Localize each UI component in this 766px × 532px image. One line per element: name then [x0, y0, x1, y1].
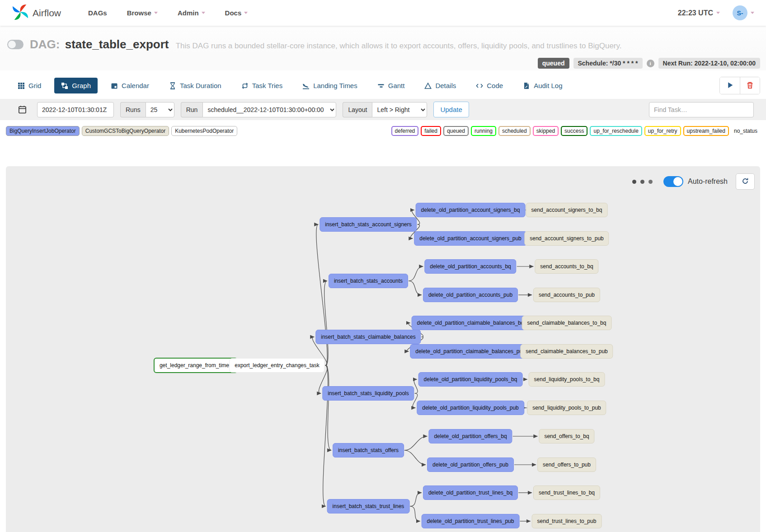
delete-dag-button[interactable] — [740, 77, 760, 94]
tab-landing-times[interactable]: Landing Times — [296, 78, 364, 93]
tab-audit-log[interactable]: Audit Log — [516, 78, 569, 93]
task-node-get_ledger_range_from_times[interactable]: get_ledger_range_from_times — [154, 358, 238, 373]
tab-calendar[interactable]: Calendar — [104, 78, 156, 93]
task-node-send_accounts_to_bq[interactable]: send_accounts_to_bq — [535, 259, 598, 274]
grid-icon — [18, 82, 25, 89]
tab-label: Details — [435, 82, 456, 89]
auto-refresh-toggle[interactable] — [663, 176, 683, 187]
trigger-dag-button[interactable] — [720, 77, 740, 94]
state-legend-badge-success[interactable]: success — [561, 126, 587, 136]
dag-pause-toggle[interactable] — [7, 40, 23, 49]
task-node-send_claimable_balances_to_pub[interactable]: send_claimable_balances_to_pub — [520, 344, 613, 359]
state-legend-badge-scheduled[interactable]: scheduled — [498, 126, 531, 136]
task-node-delete_old_partition_claimable_balances_bq[interactable]: delete_old_partition_claimable_balances_… — [412, 316, 530, 330]
dot — [632, 180, 636, 184]
hourglass-icon — [169, 82, 176, 89]
task-node-insert_batch_stats_account_signers[interactable]: insert_batch_stats_account_signers — [320, 217, 417, 232]
num-runs-select[interactable]: 25 — [146, 102, 174, 117]
state-legend-badge-skipped[interactable]: skipped — [533, 126, 559, 136]
nav-item-admin[interactable]: Admin — [178, 9, 205, 17]
dag-name: state_table_export — [65, 37, 169, 51]
task-node-delete_old_partition_account_signers_bq[interactable]: delete_old_partition_account_signers_bq — [416, 203, 526, 217]
task-node-insert_batch_stats_claimable_balances[interactable]: insert_batch_stats_claimable_balances — [315, 330, 421, 344]
task-node-delete_old_partition_offers_pub[interactable]: delete_old_partition_offers_pub — [427, 457, 514, 472]
nav-item-dags[interactable]: DAGs — [88, 9, 107, 17]
state-legend-badge-running[interactable]: running — [471, 126, 496, 136]
tab-grid[interactable]: Grid — [11, 78, 48, 93]
update-button[interactable]: Update — [433, 102, 469, 117]
refresh-icon — [742, 177, 749, 186]
tab-label: Calendar — [122, 82, 149, 89]
tab-label: Gantt — [388, 82, 405, 89]
dot — [640, 180, 644, 184]
task-node-delete_old_partition_claimable_balances_pub[interactable]: delete_old_partition_claimable_balances_… — [410, 344, 531, 359]
timezone-dropdown[interactable]: 22:23 UTC — [678, 9, 720, 17]
dag-prefix: DAG: — [30, 37, 60, 51]
tab-label: Task Duration — [180, 82, 221, 89]
task-node-export_ledger_entry_changes_task[interactable]: export_ledger_entry_changes_task — [229, 358, 324, 373]
state-legend-badge-failed[interactable]: failed — [421, 126, 441, 136]
task-node-send_trust_lines_to_pub[interactable]: send_trust_lines_to_pub — [532, 514, 602, 528]
state-legend-badge-up_for_reschedule[interactable]: up_for_reschedule — [590, 126, 642, 136]
tab-label: Code — [487, 82, 503, 89]
status-badge: queued — [538, 58, 569, 69]
find-task-input[interactable] — [649, 102, 754, 117]
task-node-delete_old_partition_trust_lines_pub[interactable]: delete_old_partition_trust_lines_pub — [422, 514, 520, 528]
task-node-delete_old_partition_accounts_bq[interactable]: delete_old_partition_accounts_bq — [424, 259, 516, 274]
task-node-delete_old_partition_liquidity_pools_pub[interactable]: delete_old_partition_liquidity_pools_pub — [417, 401, 524, 415]
tab-label: Audit Log — [534, 82, 562, 89]
state-legend-badge-deferred[interactable]: deferred — [391, 126, 419, 136]
task-node-delete_old_partition_accounts_pub[interactable]: delete_old_partition_accounts_pub — [423, 288, 518, 302]
state-legend-badge-up_for_retry[interactable]: up_for_retry — [644, 126, 681, 136]
play-icon — [726, 81, 734, 90]
nav-item-label: Docs — [225, 9, 242, 17]
task-node-send_account_signers_to_bq[interactable]: send_account_signers_to_bq — [526, 203, 608, 217]
info-icon: i — [647, 60, 654, 67]
airflow-brand[interactable]: Airflow — [12, 4, 61, 23]
refresh-button[interactable] — [736, 173, 755, 190]
navbar: Airflow DAGsBrowseAdminDocs 22:23 UTC S- — [0, 0, 766, 26]
task-node-insert_batch_stats_accounts[interactable]: insert_batch_stats_accounts — [329, 274, 408, 288]
gantt-icon — [377, 82, 385, 89]
state-legend-badge-upstream_failed[interactable]: upstream_failed — [683, 126, 729, 136]
tab-task-duration[interactable]: Task Duration — [162, 78, 228, 93]
tab-code[interactable]: Code — [469, 78, 510, 93]
nav-item-label: Browse — [127, 9, 151, 17]
task-node-send_account_signers_to_pub[interactable]: send_account_signers_to_pub — [524, 231, 609, 246]
layout-select[interactable]: Left > Right — [372, 102, 427, 117]
task-node-send_liquidity_pools_to_bq[interactable]: send_liquidity_pools_to_bq — [529, 372, 605, 387]
legend-row: BigQueryInsertJobOperatorCustomGCSToBigQ… — [0, 120, 766, 136]
avatar: S- — [733, 5, 747, 20]
task-node-send_accounts_to_pub[interactable]: send_accounts_to_pub — [533, 288, 600, 302]
task-node-send_trust_lines_to_bq[interactable]: send_trust_lines_to_bq — [533, 485, 600, 500]
next-run-badge: Next Run: 2022-12-10, 02:00:00 — [658, 58, 760, 69]
calendar-icon — [18, 105, 27, 114]
task-node-delete_old_partition_liquidity_pools_bq[interactable]: delete_old_partition_liquidity_pools_bq — [418, 372, 523, 387]
nav-item-browse[interactable]: Browse — [127, 9, 158, 17]
task-node-delete_old_partition_trust_lines_bq[interactable]: delete_old_partition_trust_lines_bq — [423, 485, 518, 500]
nav-item-label: DAGs — [88, 9, 107, 17]
tab-task-tries[interactable]: Task Tries — [235, 78, 290, 93]
task-node-delete_old_partition_account_signers_pub[interactable]: delete_old_partition_account_signers_pub — [414, 231, 527, 246]
tab-gantt[interactable]: Gantt — [371, 78, 412, 93]
run-filter-bar: Runs 25 Run scheduled__2022-12-10T01:30:… — [0, 99, 766, 120]
state-legend-badge-queued[interactable]: queued — [443, 126, 469, 136]
tab-details[interactable]: Details — [418, 78, 463, 93]
state-legend-badge-no_status[interactable]: no_status — [731, 127, 760, 135]
task-node-insert_batch_stats_trust_lines[interactable]: insert_batch_stats_trust_lines — [327, 499, 410, 513]
user-menu[interactable]: S- — [733, 5, 754, 20]
tab-label: Graph — [72, 82, 91, 89]
run-select[interactable]: scheduled__2022-12-10T01:30:00+00:00 — [202, 102, 336, 117]
task-node-send_claimable_balances_to_bq[interactable]: send_claimable_balances_to_bq — [522, 316, 612, 330]
tab-label: Landing Times — [313, 82, 357, 89]
tab-graph[interactable]: Graph — [54, 78, 98, 93]
base-date-input[interactable] — [37, 102, 114, 117]
task-node-delete_old_partition_offers_bq[interactable]: delete_old_partition_offers_bq — [428, 429, 512, 443]
task-node-insert_batch_stats_liquidity_pools[interactable]: insert_batch_stats_liquidity_pools — [322, 386, 414, 401]
task-node-send_offers_to_pub[interactable]: send_offers_to_pub — [537, 457, 596, 472]
task-node-insert_batch_stats_offers[interactable]: insert_batch_stats_offers — [333, 443, 404, 457]
nav-item-docs[interactable]: Docs — [225, 9, 248, 17]
task-node-send_liquidity_pools_to_pub[interactable]: send_liquidity_pools_to_pub — [527, 401, 606, 415]
task-node-send_offers_to_bq[interactable]: send_offers_to_bq — [539, 429, 594, 443]
graph-controls: Auto-refresh — [632, 173, 755, 190]
